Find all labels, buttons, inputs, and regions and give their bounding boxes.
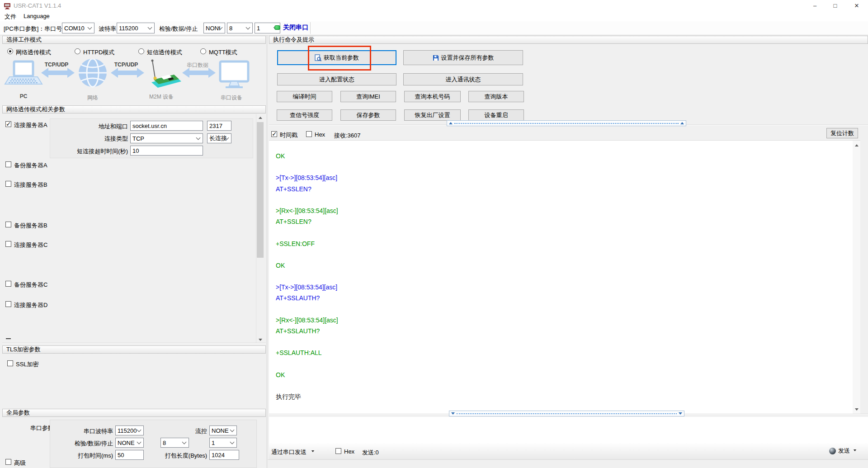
log-area[interactable]: OK >[Tx->][08:53:54][asc] AT+SSLEN? >[Rx…: [269, 140, 860, 414]
parity-select[interactable]: NONI: [203, 23, 225, 33]
checkbox-rx-hex-label[interactable]: Hex: [315, 131, 325, 138]
keepalive-select[interactable]: 长连接: [207, 133, 231, 143]
log-line: >[Rx<-][08:53:54][asc]: [276, 317, 338, 327]
factory-reset-button[interactable]: 恢复出厂设置: [404, 109, 461, 121]
checkbox-ssl-label[interactable]: SSL加密: [16, 360, 39, 369]
query-imei-button[interactable]: 查询IMEI: [340, 91, 396, 102]
scrollbar-thumb[interactable]: [257, 122, 264, 258]
server-port-input[interactable]: 2317: [207, 121, 231, 131]
checkbox-server-d[interactable]: [5, 301, 11, 307]
radio-sms-passthrough-label[interactable]: 短信透传模式: [147, 48, 182, 57]
device-restart-button[interactable]: 设备重启: [468, 109, 524, 121]
radio-mqtt-mode-label[interactable]: MQTT模式: [209, 48, 237, 57]
left-panel-scrollbar[interactable]: [256, 114, 264, 344]
send-input-area[interactable]: [269, 417, 868, 459]
close-port-button[interactable]: 关闭串口: [283, 24, 308, 32]
checkbox-advanced[interactable]: [5, 459, 11, 465]
log-scroll-up-arrow[interactable]: [853, 142, 860, 149]
radio-httpd-mode[interactable]: [75, 48, 80, 54]
checkbox-server-c[interactable]: [5, 241, 11, 247]
send-button[interactable]: 发送: [829, 447, 857, 455]
close-button[interactable]: ✕: [845, 0, 868, 11]
server-address-input[interactable]: socket.usr.cn: [130, 121, 203, 131]
menu-file[interactable]: 文件: [5, 13, 16, 21]
radio-net-passthrough[interactable]: [7, 48, 13, 54]
splitter-dots: [454, 123, 679, 124]
checkbox-backup-b[interactable]: [5, 222, 11, 227]
serial-databits-select[interactable]: 8: [160, 438, 189, 448]
radio-httpd-mode-label[interactable]: HTTPD模式: [83, 48, 114, 57]
m2m-board-icon: [151, 60, 182, 88]
log-scroll-down-arrow[interactable]: [853, 406, 860, 413]
checkbox-tx-hex[interactable]: [335, 448, 341, 454]
enter-comm-button[interactable]: 进入通讯状态: [403, 73, 523, 85]
search-params-icon: [315, 54, 321, 61]
checkbox-backup-a[interactable]: [5, 161, 11, 167]
query-version-button[interactable]: 查询版本: [468, 91, 524, 102]
radio-mqtt-mode[interactable]: [200, 48, 206, 54]
minimize-button[interactable]: –: [805, 0, 825, 11]
conn-type-select[interactable]: TCP: [130, 133, 203, 143]
checkbox-tx-hex-label[interactable]: Hex: [344, 448, 354, 455]
short-conn-timeout-input[interactable]: 10: [130, 146, 203, 156]
enter-config-button[interactable]: 进入配置状态: [277, 73, 396, 85]
log-scrollbar[interactable]: [853, 141, 860, 414]
collapse-up-icon: [449, 120, 453, 124]
checkbox-server-b-label[interactable]: 连接服务器B: [14, 181, 47, 189]
checkbox-backup-c[interactable]: [5, 281, 11, 287]
command-group-header: 执行命令及提示: [269, 36, 868, 44]
reset-counter-button[interactable]: 复位计数: [826, 128, 858, 138]
checkbox-rx-hex[interactable]: [306, 131, 312, 137]
serial-stopbits-select[interactable]: 1: [209, 438, 237, 448]
checkbox-server-a-label[interactable]: 连接服务器A: [14, 121, 47, 129]
packlen-input[interactable]: 1024: [209, 450, 239, 460]
serial-toolbar: [PC串口参数]：串口号 COM10 波特率 115200 检验/数据/停止 N…: [0, 21, 868, 35]
log-line: OK: [276, 152, 338, 163]
query-number-button[interactable]: 查询本机号码: [404, 91, 461, 102]
menu-bar: 文件 Language: [0, 11, 868, 21]
radio-net-passthrough-label[interactable]: 网络透传模式: [16, 48, 51, 57]
log-line: [276, 196, 338, 207]
save-all-params-button[interactable]: 设置并保存所有参数: [403, 50, 523, 65]
chevron-down-icon: [854, 449, 856, 452]
net-params-group-header: 网络透传模式相关参数: [2, 105, 266, 113]
checkbox-server-d-label[interactable]: 连接服务器D: [14, 301, 47, 309]
log-line: 执行完毕: [276, 393, 338, 404]
save-params-button[interactable]: 保存参数: [340, 109, 396, 121]
flow-select[interactable]: NONE: [209, 425, 237, 435]
query-signal-button[interactable]: 查信号强度: [277, 109, 332, 121]
checkbox-ssl[interactable]: [7, 360, 13, 366]
serial-parity-label: 检验/数据/停止: [68, 440, 113, 448]
checkbox-advanced-label[interactable]: 高级: [14, 459, 26, 467]
log-line: +SSLEN:OFF: [276, 240, 338, 251]
title-bar: USR-CAT1 V1.1.4 – □ ✕: [0, 0, 868, 11]
log-line: [276, 382, 338, 393]
checkbox-server-b[interactable]: [5, 181, 11, 187]
get-params-button[interactable]: 获取当前参数: [277, 50, 396, 65]
scroll-up-arrow[interactable]: [256, 114, 264, 121]
menu-language[interactable]: Language: [24, 13, 50, 19]
com-port-select[interactable]: COM10: [62, 23, 94, 33]
baud-select[interactable]: 115200: [117, 23, 155, 33]
recv-count-label: 接收:3607: [334, 132, 361, 140]
serial-parity-select[interactable]: NONE: [115, 438, 144, 448]
sent-count-label: 发送:0: [362, 449, 379, 457]
radio-sms-passthrough[interactable]: [138, 48, 144, 54]
checkbox-server-a[interactable]: [5, 121, 11, 127]
log-splitter-handle[interactable]: [447, 120, 686, 126]
log-line: [276, 338, 338, 349]
compile-time-button[interactable]: 编译时间: [277, 91, 332, 102]
send-splitter-handle[interactable]: [449, 411, 684, 416]
checkbox-timestamp[interactable]: [271, 131, 277, 137]
checkbox-server-c-label[interactable]: 连接服务器C: [14, 241, 47, 249]
maximize-button[interactable]: □: [825, 0, 845, 11]
log-line: >[Tx->][08:53:54][asc]: [276, 284, 338, 294]
databits-select[interactable]: 8: [227, 23, 253, 33]
checkbox-backup-b-label[interactable]: 备份服务器B: [14, 222, 47, 230]
checkbox-backup-a-label[interactable]: 备份服务器A: [14, 161, 47, 170]
checkbox-timestamp-label[interactable]: 时间戳: [280, 131, 297, 139]
packtime-input[interactable]: 50: [115, 450, 144, 460]
serial-baud-select[interactable]: 115200: [115, 425, 144, 435]
checkbox-backup-c-label[interactable]: 备份服务器C: [14, 281, 47, 289]
send-via-serial-dropdown[interactable]: 通过串口发送: [271, 448, 315, 456]
